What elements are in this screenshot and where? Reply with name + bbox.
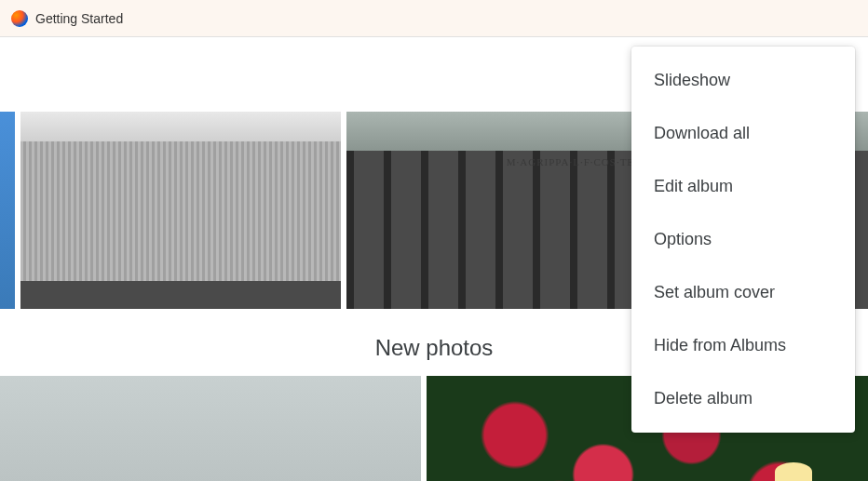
menu-item-download-all[interactable]: Download all	[631, 107, 855, 160]
menu-item-slideshow[interactable]: Slideshow	[631, 54, 855, 107]
menu-item-edit-album[interactable]: Edit album	[631, 160, 855, 213]
avatar[interactable]	[775, 462, 812, 481]
bookmark-item-getting-started[interactable]: Getting Started	[4, 7, 130, 31]
photo-thumbnail[interactable]	[0, 112, 15, 309]
menu-item-options[interactable]: Options	[631, 213, 855, 266]
photo-thumbnail[interactable]	[20, 112, 341, 309]
menu-item-hide-from-albums[interactable]: Hide from Albums	[631, 319, 855, 372]
album-context-menu: Slideshow Download all Edit album Option…	[631, 47, 855, 433]
bookmark-label: Getting Started	[35, 11, 123, 26]
firefox-icon	[11, 10, 28, 27]
menu-item-set-album-cover[interactable]: Set album cover	[631, 266, 855, 319]
photo-thumbnail[interactable]	[0, 376, 421, 481]
menu-item-delete-album[interactable]: Delete album	[631, 372, 855, 425]
bookmark-bar: Getting Started	[0, 0, 868, 37]
